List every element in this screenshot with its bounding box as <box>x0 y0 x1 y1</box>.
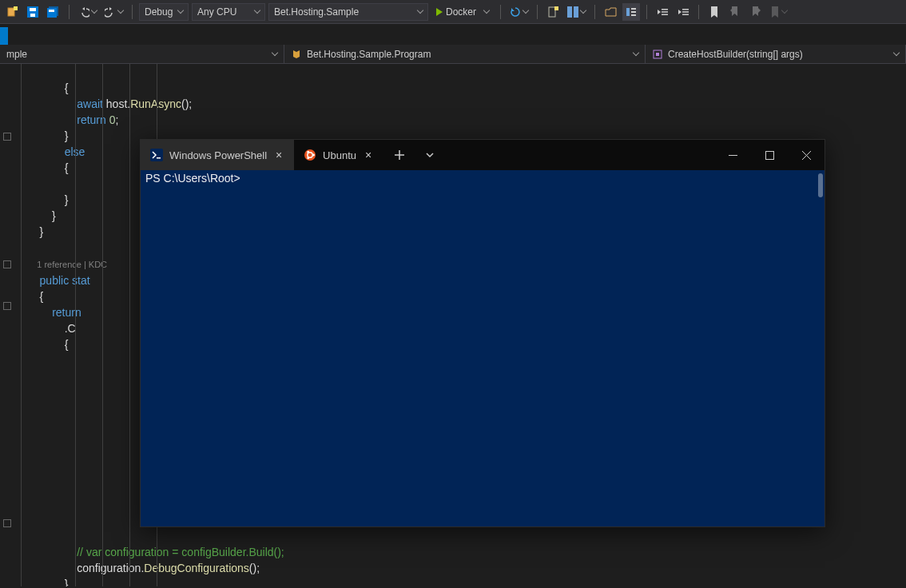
redo-button[interactable] <box>102 3 125 21</box>
svg-rect-20 <box>682 11 689 13</box>
configuration-label: Debug <box>145 6 173 18</box>
folder-icon <box>605 6 617 18</box>
save-button[interactable] <box>24 3 42 21</box>
clear-bookmarks-button[interactable] <box>768 3 789 21</box>
undo-icon <box>78 6 89 18</box>
terminal-prompt: PS C:\Users\Root> <box>145 172 240 185</box>
method-icon <box>652 49 663 60</box>
decrease-indent-button[interactable] <box>654 3 671 21</box>
svg-rect-8 <box>549 7 555 17</box>
new-file-button[interactable] <box>3 3 21 21</box>
outline-icon <box>626 6 637 18</box>
plus-icon <box>395 150 404 160</box>
minimize-button[interactable] <box>714 140 751 170</box>
new-tab-button[interactable] <box>388 144 411 166</box>
indent-guide <box>102 64 103 586</box>
redo-icon <box>105 6 116 18</box>
floppy-icon <box>27 6 38 18</box>
svg-rect-6 <box>47 8 57 18</box>
floppy-stack-icon <box>47 6 60 18</box>
toolbar-separator <box>500 5 501 19</box>
platform-dropdown[interactable]: Any CPU <box>192 3 265 21</box>
undo-button[interactable] <box>76 3 99 21</box>
svg-rect-3 <box>30 8 36 11</box>
svg-rect-16 <box>662 9 668 10</box>
navigation-bar: mple Bet.Hosting.Sample.Program CreateHo… <box>0 45 906 64</box>
fold-toggle[interactable] <box>3 133 11 141</box>
terminal-tab-label: Ubuntu <box>323 149 356 161</box>
chevron-down-icon <box>781 7 788 14</box>
svg-rect-4 <box>30 14 35 17</box>
close-tab-button[interactable]: × <box>273 149 284 161</box>
maximize-icon <box>765 151 774 160</box>
show-folder-button[interactable] <box>602 3 619 21</box>
svg-rect-7 <box>49 10 54 12</box>
toolbar-separator <box>537 5 538 19</box>
chevron-down-icon <box>893 50 900 56</box>
document-tab-strip <box>0 24 906 45</box>
outdent-icon <box>657 6 668 18</box>
window-split-button[interactable] <box>565 3 588 21</box>
svg-rect-10 <box>567 6 572 18</box>
class-label: mple <box>6 49 27 60</box>
class-icon <box>291 49 302 60</box>
svg-rect-15 <box>631 14 636 16</box>
method-dropdown[interactable]: CreateHostBuilder(string[] args) <box>646 45 906 63</box>
platform-label: Any CPU <box>197 6 236 18</box>
save-all-button[interactable] <box>45 3 62 21</box>
svg-rect-0 <box>8 8 14 16</box>
bookmark-clear-icon <box>770 6 780 18</box>
prev-bookmark-button[interactable] <box>726 3 744 21</box>
configuration-dropdown[interactable]: Debug <box>139 3 189 21</box>
chevron-down-icon <box>91 7 97 14</box>
toggle-outline-button[interactable] <box>622 3 640 21</box>
chevron-down-icon <box>633 50 639 56</box>
close-tab-button[interactable]: × <box>363 149 374 161</box>
chevron-down-icon <box>254 7 260 14</box>
maximize-button[interactable] <box>751 140 788 170</box>
terminal-tabbar: Windows PowerShell × Ubuntu × <box>141 140 825 170</box>
terminal-tab-label: Windows PowerShell <box>169 149 267 161</box>
svg-point-30 <box>307 157 309 159</box>
svg-rect-19 <box>682 9 689 10</box>
terminal-tab-ubuntu[interactable]: Ubuntu × <box>294 140 383 170</box>
active-document-tab[interactable] <box>0 27 8 45</box>
editor-gutter <box>0 64 19 586</box>
bookmark-button[interactable] <box>705 3 723 21</box>
start-debug-button[interactable]: Docker <box>431 3 494 21</box>
terminal-body[interactable]: PS C:\Users\Root> <box>141 170 825 526</box>
member-dropdown[interactable]: Bet.Hosting.Sample.Program <box>284 45 646 63</box>
next-bookmark-button[interactable] <box>747 3 765 21</box>
fold-toggle[interactable] <box>3 260 11 268</box>
member-label: Bet.Hosting.Sample.Program <box>307 49 431 60</box>
chevron-down-icon <box>523 7 529 14</box>
split-icon <box>567 6 578 18</box>
refresh-button[interactable] <box>507 3 530 21</box>
toolbar-separator <box>646 5 647 19</box>
toolbar-separator <box>698 5 699 19</box>
toolbar-separator <box>132 5 133 19</box>
minimize-icon <box>729 151 737 160</box>
codelens-references[interactable]: 1 reference | KDC <box>27 260 107 269</box>
close-icon <box>802 151 811 160</box>
svg-rect-31 <box>729 155 737 156</box>
chevron-down-icon <box>417 7 423 14</box>
terminal-scrollbar[interactable] <box>818 173 823 197</box>
svg-rect-25 <box>157 157 161 159</box>
svg-rect-21 <box>682 14 689 15</box>
find-in-files-button[interactable] <box>544 3 562 21</box>
powershell-icon <box>150 149 163 161</box>
svg-rect-17 <box>662 11 668 13</box>
fold-toggle[interactable] <box>3 519 11 527</box>
bookmark-prev-icon <box>729 6 741 18</box>
indent-guide <box>21 64 22 586</box>
fold-toggle[interactable] <box>3 302 11 310</box>
terminal-tab-powershell[interactable]: Windows PowerShell × <box>141 140 294 170</box>
svg-point-29 <box>307 151 309 153</box>
increase-indent-button[interactable] <box>674 3 692 21</box>
class-dropdown[interactable]: mple <box>0 45 284 63</box>
chevron-down-icon <box>177 7 184 14</box>
startup-project-dropdown[interactable]: Bet.Hosting.Sample <box>268 3 428 21</box>
tab-dropdown-button[interactable] <box>419 144 441 166</box>
close-window-button[interactable] <box>788 140 825 170</box>
